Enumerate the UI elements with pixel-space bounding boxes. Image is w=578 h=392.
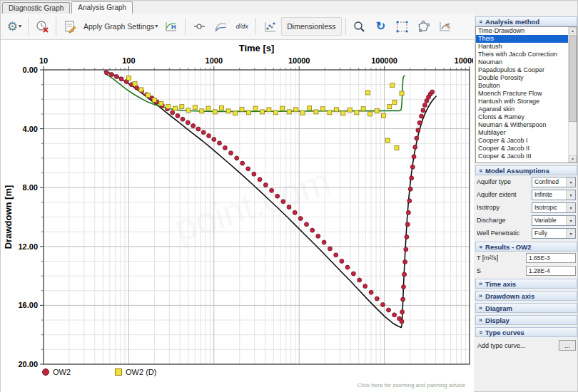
toolbar-separator — [255, 18, 256, 35]
method-item[interactable]: Moench Fracture Flow — [476, 90, 569, 98]
scroll-up-icon[interactable]: ▲ — [569, 27, 577, 34]
scatter-view-button[interactable] — [260, 16, 280, 36]
dimensionless-button[interactable]: Dimensionless — [281, 17, 341, 36]
result-label: T [m²/s] — [477, 254, 498, 262]
method-item[interactable]: Agarwal skin — [476, 105, 569, 113]
method-item[interactable]: Papadopulos & Cooper — [476, 66, 569, 74]
section-chevron-icon: » — [477, 19, 484, 23]
collapsed-section-header[interactable]: »Diagram — [475, 303, 577, 313]
dimensionless-label: Dimensionless — [287, 22, 335, 31]
svg-text:4.00: 4.00 — [23, 125, 38, 133]
method-item[interactable]: Boulton — [476, 82, 569, 90]
zoom-extents-icon — [395, 20, 409, 33]
method-item[interactable]: Multilayer — [476, 129, 569, 137]
chevron-down-icon: ▾ — [566, 216, 575, 225]
combo-value: Variable — [534, 217, 557, 224]
tab-analysis-graph[interactable]: Analysis Graph — [71, 1, 133, 14]
method-item[interactable]: Time-Drawdown — [476, 27, 569, 35]
collapsed-section-header[interactable]: »Drawdown axis — [475, 291, 577, 301]
report-button[interactable] — [60, 16, 80, 36]
zoom-pan-advice-link[interactable]: Click here for zooming and panning advic… — [358, 382, 465, 388]
section-chevron-icon: » — [479, 305, 482, 311]
add-type-curve-button[interactable]: ... — [559, 340, 576, 351]
model-assumptions-header[interactable]: » Model Assumptions — [475, 165, 577, 175]
collapsed-section-header[interactable]: »Time axis — [475, 279, 577, 289]
svg-text:100000: 100000 — [371, 56, 397, 65]
type-curves-title: Type curves — [485, 329, 524, 336]
method-item[interactable]: Neuman — [476, 58, 569, 66]
chevron-down-icon: ▾ — [566, 177, 575, 187]
svg-text:20.00: 20.00 — [18, 360, 38, 368]
method-item[interactable]: Theis — [476, 35, 569, 43]
analysis-method-title: Analysis method — [485, 18, 539, 26]
reset-zoom-button[interactable]: ↻ — [371, 16, 391, 36]
polygon-select-button[interactable] — [414, 16, 434, 36]
apply-graph-settings-button[interactable]: Apply Graph Settings ▾ — [81, 16, 160, 36]
gear-icon: ⚙ — [7, 21, 18, 33]
derivative-button[interactable]: d/dx — [232, 16, 252, 36]
graph-h-button[interactable]: H — [161, 16, 181, 36]
results-header[interactable]: » Results - OW2 — [475, 242, 577, 252]
polygon-select-icon — [417, 20, 430, 33]
remove-time-button[interactable] — [32, 16, 52, 36]
gridlines — [44, 70, 470, 364]
method-item[interactable]: Hantush with Storage — [476, 98, 569, 105]
scroll-down-icon[interactable]: ▼ — [569, 155, 577, 163]
results-rows: T [m²/s]1.65E-3S1.28E-4 — [475, 252, 577, 277]
method-item[interactable]: Neuman & Witherspoon — [476, 121, 569, 129]
add-type-curve-row: Add type curve... ... — [475, 337, 577, 351]
method-item[interactable]: Theis with Jacob Correction — [476, 51, 569, 58]
section-chevron-icon: » — [477, 168, 484, 172]
method-item[interactable]: Clonts & Ramey — [476, 113, 569, 121]
edit-chart-button[interactable]: ✎ — [435, 16, 455, 36]
analysis-toolbar: ⚙ ▾ Apply Graph Settings ▾ — [1, 14, 474, 40]
svg-text:Drawdown [m]: Drawdown [m] — [3, 185, 14, 249]
method-item[interactable]: Double Porosity — [476, 74, 569, 82]
type-curves-button[interactable] — [211, 16, 230, 36]
results-title: Results - OW2 — [485, 243, 531, 251]
baseline-marker-button[interactable] — [189, 16, 209, 36]
zoom-extents-button[interactable] — [392, 16, 412, 36]
collapsed-section-title: Drawdown axis — [485, 292, 534, 300]
legend-item-ow2[interactable]: OW2 — [42, 368, 71, 376]
combo-value: Fully — [534, 229, 547, 237]
apply-graph-settings-label: Apply Graph Settings — [83, 22, 154, 31]
assumption-combo[interactable]: Variable▾ — [532, 215, 576, 226]
collapsed-section-header[interactable]: »Display — [475, 315, 577, 325]
type-curves-header[interactable]: » Type curves — [475, 327, 577, 337]
assumption-row: Well PenetraticFully▾ — [475, 227, 577, 239]
assumption-label: Discharge — [477, 217, 506, 224]
method-item[interactable]: Cooper & Jacob I — [476, 137, 569, 145]
graph-tabs: Diagnostic Graph Analysis Graph — [2, 1, 134, 14]
method-item[interactable]: Hantush — [476, 43, 569, 51]
type-curves-icon — [214, 20, 228, 33]
method-item[interactable]: Cooper & Jacob III — [476, 153, 569, 160]
analysis-method-list: Time-DrawdownTheisHantushTheis with Jaco… — [475, 26, 577, 163]
method-item[interactable]: Cooper & Jacob II — [476, 145, 569, 153]
assumption-combo[interactable]: Confined▾ — [532, 177, 576, 187]
tab-diagnostic-graph[interactable]: Diagnostic Graph — [2, 2, 70, 14]
analysis-method-header[interactable]: » Analysis method — [475, 16, 577, 26]
result-row: T [m²/s]1.65E-3 — [475, 252, 577, 264]
assumption-row: Aquifer typeConfined▾ — [475, 175, 577, 188]
scrollbar-thumb[interactable] — [569, 35, 577, 122]
assumption-combo[interactable]: Fully▾ — [532, 228, 576, 239]
result-value-field[interactable]: 1.28E-4 — [526, 266, 576, 276]
legend-item-ow2-d[interactable]: OW2 (D) — [115, 368, 156, 376]
zoom-button[interactable] — [350, 16, 370, 36]
assumption-combo[interactable]: Isotropic▾ — [532, 202, 576, 213]
right-panel: » Analysis method Time-DrawdownTheisHant… — [475, 15, 577, 391]
list-scrollbar[interactable]: ▲ ▼ — [568, 27, 577, 163]
assumption-combo[interactable]: Infinite▾ — [532, 190, 576, 200]
svg-text:H: H — [171, 24, 176, 31]
chart-legend: OW2 OW2 (D) — [42, 368, 156, 376]
section-chevron-icon: » — [479, 281, 482, 287]
result-value-field[interactable]: 1.65E-3 — [526, 253, 576, 263]
settings-gear-button[interactable]: ⚙ ▾ — [4, 16, 24, 36]
collapsed-sections: »Time axis»Drawdown axis»Diagram»Display — [475, 279, 577, 325]
graph-h-icon: H — [164, 20, 178, 33]
chevron-down-icon: ▾ — [19, 24, 21, 29]
analysis-chart[interactable]: point.com1010010001000010000010000000.00… — [1, 40, 473, 392]
assumption-label: Isotropy — [477, 204, 500, 211]
zoom-icon — [353, 20, 366, 33]
